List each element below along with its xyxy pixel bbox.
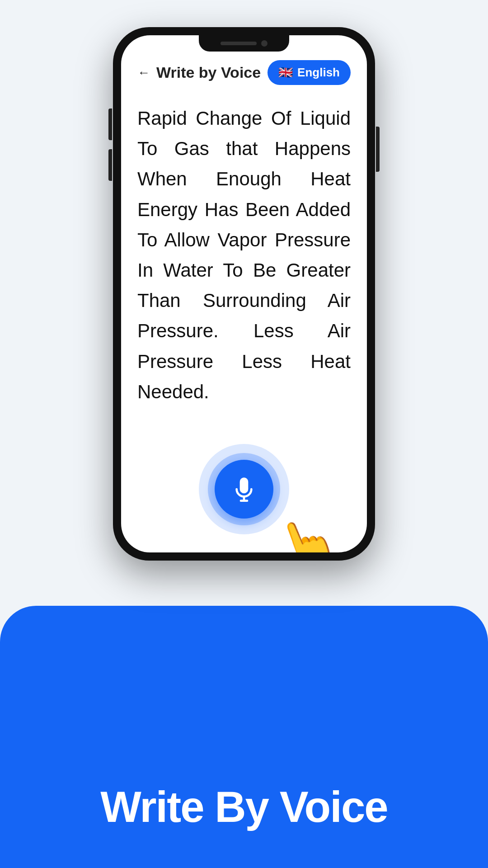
transcribed-text: Rapid Change Of Liquid To Gas that Happe… (137, 103, 351, 407)
back-arrow-icon[interactable]: ← (137, 66, 150, 80)
volume-down-button (108, 149, 112, 181)
phone-screen: ← Write by Voice 🇬🇧 English Rapid Change… (121, 35, 367, 552)
content-area: Rapid Change Of Liquid To Gas that Happe… (121, 94, 367, 435)
mic-ripple-outer (199, 444, 289, 534)
bottom-app-label: Write By Voice (0, 782, 488, 832)
phone-notch (199, 35, 289, 52)
mic-icon (231, 476, 257, 502)
notch-speaker (221, 42, 257, 45)
notch-camera (261, 40, 267, 47)
mic-button[interactable] (215, 460, 273, 519)
header-left: ← Write by Voice (137, 64, 261, 81)
flag-icon: 🇬🇧 (278, 66, 293, 80)
power-button (376, 127, 380, 172)
screen-title: Write by Voice (156, 64, 261, 81)
language-label: English (297, 66, 340, 80)
volume-up-button (108, 108, 112, 140)
mic-area: 👆 (121, 435, 367, 552)
phone-frame: ← Write by Voice 🇬🇧 English Rapid Change… (113, 27, 375, 561)
language-button[interactable]: 🇬🇧 English (267, 60, 351, 85)
mic-ripple-inner (208, 453, 280, 525)
phone-mockup: ← Write by Voice 🇬🇧 English Rapid Change… (113, 27, 375, 561)
